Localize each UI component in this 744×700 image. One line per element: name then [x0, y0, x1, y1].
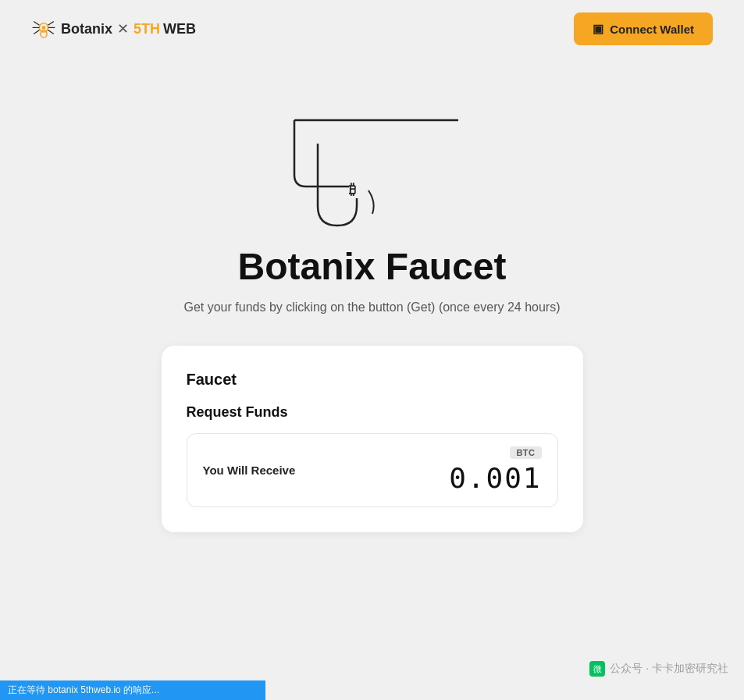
logo-area: Botanix ✕ 5TH WEB	[31, 16, 196, 41]
svg-line-7	[48, 30, 54, 34]
card-title: Faucet	[187, 371, 558, 389]
receive-box: You Will Receive BTC 0.001	[187, 433, 558, 507]
receive-amount-area: BTC 0.001	[449, 446, 541, 494]
receive-label: You Will Receive	[203, 464, 296, 477]
faucet-illustration: ₿	[247, 73, 497, 229]
receive-amount: 0.001	[449, 462, 541, 494]
status-text: 正在等待 botanix 5thweb.io 的响应...	[8, 684, 159, 695]
watermark-text: 公众号 · 卡卡加密研究社	[610, 662, 728, 676]
svg-line-2	[34, 21, 39, 25]
faucet-card: Faucet Request Funds You Will Receive BT…	[162, 346, 583, 532]
main-content: ₿ Botanix Faucet Get your funds by click…	[0, 58, 744, 563]
svg-line-5	[48, 21, 54, 25]
watermark: 微 公众号 · 卡卡加密研究社	[589, 661, 728, 677]
svg-text:₿: ₿	[349, 182, 356, 197]
connect-wallet-button[interactable]: ▣ Connect Wallet	[574, 12, 713, 45]
status-bar: 正在等待 botanix 5thweb.io 的响应...	[0, 680, 265, 700]
svg-point-8	[41, 30, 47, 38]
logo-separator: ✕	[117, 20, 129, 37]
request-funds-title: Request Funds	[187, 404, 558, 421]
logo-text: Botanix ✕ 5TH WEB	[61, 20, 196, 37]
logo-botanix: Botanix	[61, 21, 112, 37]
wallet-icon: ▣	[593, 22, 603, 36]
logo-5th: 5TH	[133, 21, 160, 37]
spider-icon	[31, 16, 56, 41]
svg-line-4	[34, 30, 39, 34]
svg-point-1	[42, 26, 46, 30]
page-subtitle: Get your funds by clicking on the button…	[183, 300, 560, 314]
wechat-icon: 微	[589, 661, 605, 677]
page-title: Botanix Faucet	[237, 245, 506, 288]
header: Botanix ✕ 5TH WEB ▣ Connect Wallet	[0, 0, 744, 58]
logo-web: WEB	[163, 21, 196, 37]
connect-wallet-label: Connect Wallet	[610, 23, 694, 36]
btc-badge: BTC	[510, 446, 541, 459]
